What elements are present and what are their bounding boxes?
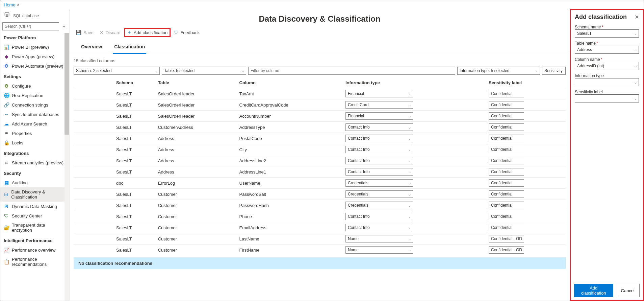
sidebar-item[interactable]: 📈Performance overview bbox=[0, 245, 69, 255]
feedback-button[interactable]: ♡Feedback bbox=[171, 28, 202, 37]
infotype-dropdown[interactable]: Credentials⌵ bbox=[345, 202, 413, 209]
sensitivity-dropdown[interactable]: Confidential bbox=[489, 135, 524, 142]
col-column[interactable]: Column bbox=[237, 77, 343, 88]
collapse-sidebar-icon[interactable]: « bbox=[61, 24, 67, 29]
col-info[interactable]: Information type bbox=[343, 77, 487, 88]
panel-add-button[interactable]: Add classification bbox=[574, 284, 613, 297]
sensitivity-dropdown[interactable]: Confidential bbox=[489, 190, 524, 198]
infotype-dropdown[interactable]: Contact Info⌵ bbox=[345, 157, 413, 164]
cell-table: SalesOrderHeader bbox=[156, 88, 237, 99]
sidebar-item[interactable]: 🔗Connection strings bbox=[0, 100, 69, 110]
cell-table: Address bbox=[156, 155, 237, 166]
nav-icon: 📋 bbox=[4, 259, 9, 264]
classification-table: Schema Table Column Information type Sen… bbox=[74, 77, 566, 255]
infotype-label: Information type bbox=[575, 73, 639, 78]
infotype-dropdown[interactable]: Contact Info⌵ bbox=[345, 168, 413, 176]
infotype-dropdown[interactable]: Financial⌵ bbox=[345, 90, 413, 97]
sensitivity-dropdown[interactable]: Confidential bbox=[489, 123, 524, 131]
sensitivity-dropdown[interactable]: Confidential bbox=[489, 202, 524, 209]
sidebar-item-label: Stream analytics (preview) bbox=[12, 160, 63, 165]
chevron-down-icon: ⌵ bbox=[409, 103, 411, 107]
infotype-dropdown[interactable]: Credentials⌵ bbox=[345, 190, 413, 198]
infotype-dropdown[interactable]: Credit Card⌵ bbox=[345, 101, 413, 109]
sensitivity-dropdown[interactable]: Confidential bbox=[489, 112, 524, 120]
breadcrumb-home[interactable]: Home bbox=[4, 2, 16, 7]
cell-schema: SalesLT bbox=[114, 144, 156, 155]
sensitivity-dropdown[interactable]: Confidential bbox=[489, 179, 524, 187]
sensitivity-dropdown[interactable]: Confidential bbox=[489, 90, 524, 97]
table-label: Table name* bbox=[575, 41, 639, 46]
sidebar-item[interactable]: 📊Power BI (preview) bbox=[0, 42, 69, 52]
sidebar-item[interactable]: 🔐Transparent data encryption bbox=[0, 221, 69, 235]
discard-button[interactable]: ✕Discard bbox=[97, 28, 123, 37]
infotype-dropdown[interactable]: Financial⌵ bbox=[345, 112, 413, 120]
infotype-filter[interactable]: Information type: 5 selected⌵ bbox=[457, 67, 540, 75]
infotype-dropdown[interactable]: Name⌵ bbox=[345, 235, 413, 242]
sensitivity-dropdown[interactable]: Confidential - GDPR bbox=[489, 235, 524, 242]
col-sens[interactable]: Sensitivity label bbox=[487, 77, 566, 88]
infotype-dropdown[interactable]: Contact Info⌵ bbox=[345, 135, 413, 142]
sidebar-item[interactable]: ≋Stream analytics (preview) bbox=[0, 158, 69, 167]
cell-schema: SalesLT bbox=[114, 189, 156, 200]
sensitivity-dropdown[interactable]: Confidential bbox=[489, 213, 524, 220]
panel-cancel-button[interactable]: Cancel bbox=[616, 284, 640, 297]
table-row: SalesLTAddressAddressLine2Contact Info⌵C… bbox=[74, 155, 566, 166]
sidebar-item[interactable]: ⛁Data Discovery & Classification bbox=[0, 187, 69, 202]
cell-table: SalesOrderHeader bbox=[156, 111, 237, 122]
infotype-dropdown[interactable]: Contact Info⌵ bbox=[345, 146, 413, 153]
infotype-dropdown[interactable]: Credentials⌵ bbox=[345, 179, 413, 187]
schema-filter[interactable]: Schema: 2 selected⌵ bbox=[74, 67, 160, 75]
sidebar: ⛁ SQL database « Power Platform📊Power BI… bbox=[0, 9, 70, 301]
sidebar-item[interactable]: 🌐Geo-Replication bbox=[0, 91, 69, 100]
cell-column: TaxAmt bbox=[237, 88, 343, 99]
column-filter-input[interactable] bbox=[248, 67, 455, 75]
chevron-down-icon: ⌵ bbox=[409, 92, 411, 96]
sensitivity-dropdown[interactable]: Confidential - GDPR bbox=[489, 246, 524, 254]
cell-column: AddressLine1 bbox=[237, 166, 343, 178]
table-filter[interactable]: Table: 5 selected⌵ bbox=[162, 67, 246, 75]
sidebar-item[interactable]: 📋Performance recommendations bbox=[0, 255, 69, 269]
sidebar-item[interactable]: ⛨Dynamic Data Masking bbox=[0, 202, 69, 211]
sensitivity-dropdown[interactable]: Confidential bbox=[489, 157, 524, 164]
tab-overview[interactable]: Overview bbox=[80, 41, 103, 54]
sidebar-item[interactable]: ☁Add Azure Search bbox=[0, 119, 69, 129]
cell-table: Address bbox=[156, 144, 237, 155]
search-input[interactable] bbox=[2, 22, 59, 30]
close-icon[interactable]: ✕ bbox=[635, 14, 639, 20]
sidebar-item[interactable]: ◆Power Apps (preview) bbox=[0, 52, 69, 61]
sidebar-item[interactable]: 🔒Locks bbox=[0, 138, 69, 147]
sidebar-item[interactable]: ⚙Power Automate (preview) bbox=[0, 61, 69, 71]
add-classification-button[interactable]: ＋Add classification bbox=[124, 28, 171, 37]
sensitivity-dropdown[interactable]: Confidential bbox=[489, 168, 524, 176]
sensitivity-filter[interactable]: Sensitivity la bbox=[542, 67, 566, 75]
sensitivity-select[interactable]: ⌵ bbox=[575, 94, 639, 102]
sidebar-item[interactable]: ⚙Configure bbox=[0, 81, 69, 91]
nav-icon: 📊 bbox=[4, 44, 9, 50]
col-table[interactable]: Table bbox=[156, 77, 237, 88]
sidebar-item-label: Performance overview bbox=[12, 248, 55, 253]
col-schema[interactable]: Schema bbox=[114, 77, 156, 88]
sidebar-item[interactable]: ▦Auditing bbox=[0, 178, 69, 187]
infotype-dropdown[interactable]: Contact Info⌵ bbox=[345, 213, 413, 220]
column-select[interactable]: AddressID (int)⌵ bbox=[575, 62, 639, 70]
tab-classification[interactable]: Classification bbox=[113, 41, 146, 54]
infotype-dropdown[interactable]: Contact Info⌵ bbox=[345, 224, 413, 231]
sensitivity-dropdown[interactable]: Confidential bbox=[489, 146, 524, 153]
schema-select[interactable]: SalesLT⌵ bbox=[575, 29, 639, 38]
heart-icon: ♡ bbox=[174, 30, 178, 35]
sidebar-item[interactable]: 🛡Security Center bbox=[0, 211, 69, 221]
sensitivity-dropdown[interactable]: Confidential bbox=[489, 224, 524, 231]
sensitivity-dropdown[interactable]: Confidential bbox=[489, 101, 524, 109]
nav-icon: ≡ bbox=[4, 131, 9, 136]
save-button[interactable]: 💾Save bbox=[73, 28, 96, 37]
infotype-dropdown[interactable]: Name⌵ bbox=[345, 246, 413, 254]
sidebar-item[interactable]: ↔Sync to other databases bbox=[0, 110, 69, 119]
infotype-select[interactable]: ⌵ bbox=[575, 78, 639, 86]
sidebar-item[interactable]: ≡Properties bbox=[0, 129, 69, 138]
nav-icon: ◆ bbox=[4, 54, 9, 59]
cell-table: Customer bbox=[156, 245, 237, 256]
table-select[interactable]: Address⌵ bbox=[575, 46, 639, 54]
table-row: SalesLTAddressPostalCodeContact Info⌵Con… bbox=[74, 133, 566, 144]
infotype-dropdown[interactable]: Contact Info⌵ bbox=[345, 123, 413, 131]
cell-schema: SalesLT bbox=[114, 88, 156, 99]
